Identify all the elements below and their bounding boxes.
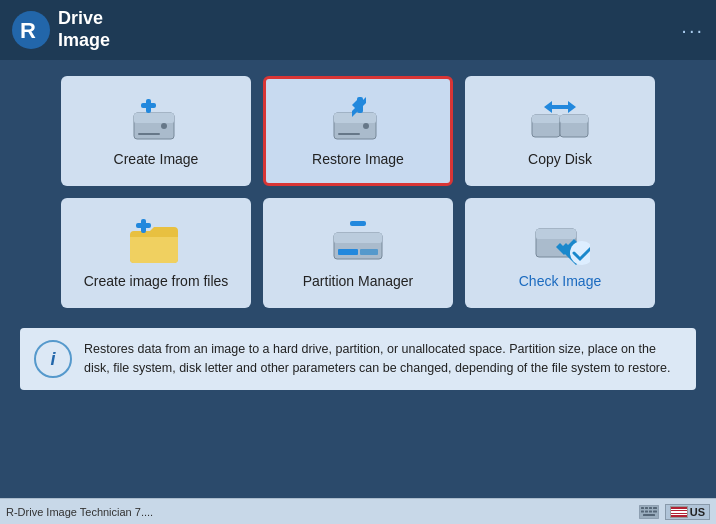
logo-area: R Drive Image [12, 8, 110, 51]
main-grid: Create Image Restore Image [0, 60, 716, 324]
partition-manager-tile[interactable]: Partition Manager [263, 198, 453, 308]
svg-text:R: R [20, 18, 36, 43]
check-image-tile[interactable]: Check Image [465, 198, 655, 308]
restore-image-label: Restore Image [312, 151, 404, 167]
create-image-files-tile[interactable]: Create image from files [61, 198, 251, 308]
partition-manager-icon [328, 217, 388, 267]
svg-rect-12 [338, 133, 360, 135]
info-bar: i Restores data from an image to a hard … [20, 328, 696, 390]
tile-row-2: Create image from files Partition Manage… [20, 198, 696, 308]
check-image-icon [530, 217, 590, 267]
svg-rect-31 [653, 507, 657, 509]
app-version-label: R-Drive Image Technician 7.... [6, 506, 153, 518]
language-badge[interactable]: US [665, 504, 710, 520]
create-image-tile[interactable]: Create Image [61, 76, 251, 186]
copy-disk-icon [530, 95, 590, 145]
create-image-icon [126, 95, 186, 145]
copy-disk-label: Copy Disk [528, 151, 592, 167]
svg-rect-14 [532, 115, 560, 123]
copy-disk-tile[interactable]: Copy Disk [465, 76, 655, 186]
svg-rect-5 [141, 103, 156, 108]
status-left: R-Drive Image Technician 7.... [6, 506, 153, 518]
svg-point-6 [161, 123, 167, 129]
svg-rect-20 [334, 233, 382, 243]
tile-row-1: Create Image Restore Image [20, 76, 696, 186]
create-image-files-label: Create image from files [84, 273, 229, 289]
svg-rect-18 [136, 223, 151, 228]
check-image-label: Check Image [519, 273, 601, 289]
keyboard-icon [639, 505, 659, 519]
status-bar: R-Drive Image Technician 7.... US [0, 498, 716, 524]
header: R Drive Image ··· [0, 0, 716, 60]
svg-rect-21 [338, 249, 358, 255]
svg-rect-23 [350, 221, 366, 226]
restore-image-icon [328, 95, 388, 145]
svg-rect-7 [138, 133, 160, 135]
svg-rect-34 [649, 510, 652, 512]
svg-rect-30 [649, 507, 652, 509]
restore-image-tile[interactable]: Restore Image [263, 76, 453, 186]
svg-rect-28 [641, 507, 644, 509]
header-menu-button[interactable]: ··· [681, 19, 704, 42]
svg-rect-36 [643, 514, 655, 516]
svg-rect-32 [641, 510, 644, 512]
svg-rect-25 [536, 229, 576, 239]
language-label: US [690, 506, 705, 518]
svg-point-11 [363, 123, 369, 129]
svg-rect-16 [560, 115, 588, 123]
svg-rect-22 [360, 249, 378, 255]
svg-rect-29 [645, 507, 648, 509]
r-drive-logo-icon: R [12, 11, 50, 49]
svg-rect-3 [134, 113, 174, 123]
us-flag-icon [670, 506, 688, 518]
svg-rect-33 [645, 510, 648, 512]
info-icon: i [34, 340, 72, 378]
status-right: US [639, 504, 710, 520]
svg-rect-9 [334, 113, 376, 123]
app-title: Drive Image [58, 8, 110, 51]
create-image-files-icon [126, 217, 186, 267]
info-text: Restores data from an image to a hard dr… [84, 340, 682, 378]
create-image-label: Create Image [114, 151, 199, 167]
partition-manager-label: Partition Manager [303, 273, 414, 289]
svg-rect-35 [653, 510, 657, 512]
